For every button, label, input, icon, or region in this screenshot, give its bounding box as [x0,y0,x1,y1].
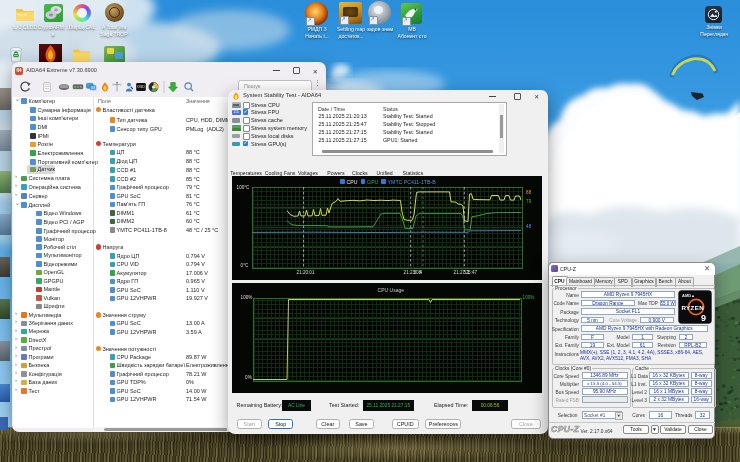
svg-text:RYZEN: RYZEN [681,303,704,310]
svg-text:OSD: OSD [137,85,145,89]
svg-text:9: 9 [701,313,706,323]
svg-text:AMD▲: AMD▲ [682,293,695,298]
